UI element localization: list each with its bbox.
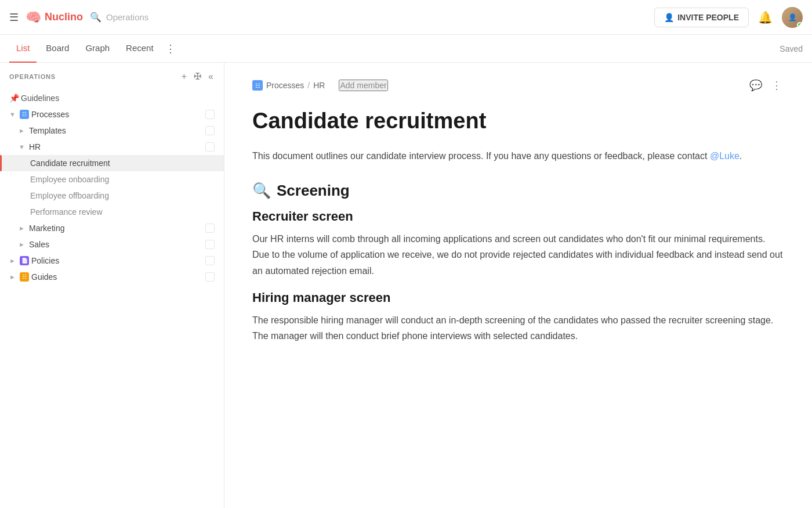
topbar: ☰ 🧠 Nuclino 🔍 Operations 👤 INVITE PEOPLE…: [0, 0, 812, 35]
logo[interactable]: 🧠 Nuclino: [26, 10, 83, 25]
topbar-left: ☰ 🧠 Nuclino 🔍 Operations: [9, 10, 654, 25]
sidebar-item-sales[interactable]: ► Sales: [0, 236, 224, 253]
sidebar-item-label: Candidate recruitment: [30, 158, 215, 168]
add-member-button[interactable]: Add member: [339, 80, 387, 91]
sidebar-item-marketing[interactable]: ► Marketing: [0, 220, 224, 236]
sidebar-item-label: Sales: [29, 240, 203, 249]
sidebar-item-label: Performance review: [30, 207, 215, 217]
breadcrumb-parent[interactable]: Processes: [266, 81, 304, 90]
sidebar-item-templates[interactable]: ► Templates: [0, 123, 224, 139]
sidebar-expand-button[interactable]: ✠: [193, 70, 202, 83]
invite-people-button[interactable]: 👤 INVITE PEOPLE: [654, 8, 749, 27]
breadcrumb: ☷ Processes / HR: [252, 80, 325, 91]
sidebar-item-checkbox[interactable]: [205, 142, 215, 152]
sidebar-item-label: Guidelines: [21, 93, 215, 103]
guides-icon: ☷: [20, 272, 29, 282]
main-area: OPERATIONS + ✠ « 📌 Guidelines ▼ ☷ Proces…: [0, 63, 812, 508]
section-screening-heading: 🔍 Screening: [252, 182, 784, 200]
chevron-right-icon: ►: [19, 127, 27, 134]
sidebar-item-label: Policies: [31, 256, 203, 265]
sidebar-section-title: OPERATIONS: [9, 73, 56, 80]
content-header-right: 💬 ⋮: [747, 77, 784, 94]
sidebar-collapse-button[interactable]: «: [207, 70, 215, 83]
subsection-hiring-manager-screen-content: The responsible hiring manager will cond…: [252, 312, 784, 344]
comment-button[interactable]: 💬: [747, 77, 764, 94]
tab-graph[interactable]: Graph: [78, 35, 117, 63]
chevron-right-icon: ►: [9, 273, 17, 280]
more-options-button[interactable]: ⋮: [769, 77, 784, 94]
topbar-right: 👤 INVITE PEOPLE 🔔 👤: [654, 7, 803, 28]
notifications-button[interactable]: 🔔: [758, 10, 773, 24]
sidebar-item-checkbox[interactable]: [205, 126, 215, 135]
search-bar[interactable]: 🔍 Operations: [90, 12, 148, 23]
chevron-right-icon: ►: [19, 241, 27, 248]
breadcrumb-icon: ☷: [252, 80, 263, 91]
sidebar-item-employee-offboarding[interactable]: Employee offboarding: [0, 188, 224, 204]
sidebar-item-checkbox[interactable]: [205, 224, 215, 233]
hamburger-menu-button[interactable]: ☰: [9, 11, 19, 24]
sidebar-item-label: Marketing: [29, 224, 203, 233]
breadcrumb-area: ☷ Processes / HR Add member: [252, 80, 388, 91]
sidebar-item-policies[interactable]: ► 📄 Policies: [0, 253, 224, 269]
sidebar-item-performance-review[interactable]: Performance review: [0, 204, 224, 220]
sidebar-item-label: Templates: [29, 126, 203, 135]
subsection-recruiter-screen-content: Our HR interns will comb through all inc…: [252, 231, 784, 279]
person-add-icon: 👤: [664, 13, 674, 22]
chevron-right-icon: ►: [19, 225, 27, 232]
search-placeholder: Operations: [106, 12, 148, 22]
tab-list[interactable]: List: [9, 35, 37, 63]
sidebar-item-candidate-recruitment[interactable]: Candidate recruitment: [0, 155, 224, 171]
chevron-down-icon: ▼: [19, 143, 27, 150]
avatar[interactable]: 👤: [782, 7, 803, 28]
sidebar-actions: + ✠ «: [180, 70, 215, 83]
logo-brain-icon: 🧠: [26, 10, 41, 25]
sidebar-item-label: Employee onboarding: [30, 175, 215, 184]
sidebar-item-processes[interactable]: ▼ ☷ Processes: [0, 106, 224, 123]
sidebar-item-checkbox[interactable]: [205, 110, 215, 119]
policies-icon: 📄: [20, 256, 29, 265]
sidebar-item-checkbox[interactable]: [205, 272, 215, 282]
chevron-down-icon: ▼: [9, 111, 17, 118]
content-header: ☷ Processes / HR Add member 💬 ⋮: [252, 77, 784, 94]
logo-text: Nuclino: [45, 11, 83, 23]
sidebar-item-label: Processes: [31, 110, 203, 119]
sidebar-item-guides[interactable]: ► ☷ Guides: [0, 269, 224, 285]
subsection-hiring-manager-screen-heading: Hiring manager screen: [252, 290, 784, 305]
breadcrumb-separator: /: [307, 81, 310, 90]
invite-label: INVITE PEOPLE: [677, 13, 739, 22]
sidebar-item-label: HR: [29, 142, 203, 152]
subsection-recruiter-screen-heading: Recruiter screen: [252, 209, 784, 224]
sidebar: OPERATIONS + ✠ « 📌 Guidelines ▼ ☷ Proces…: [0, 63, 224, 508]
tab-recent[interactable]: Recent: [119, 35, 161, 63]
sidebar-item-label: Guides: [31, 272, 203, 282]
sidebar-item-employee-onboarding[interactable]: Employee onboarding: [0, 171, 224, 188]
sidebar-item-guidelines[interactable]: 📌 Guidelines: [0, 90, 224, 106]
magnifier-icon: 🔍: [252, 182, 271, 200]
breadcrumb-current[interactable]: HR: [313, 81, 325, 90]
sidebar-item-checkbox[interactable]: [205, 240, 215, 249]
online-indicator: [797, 22, 803, 28]
sidebar-item-label: Employee offboarding: [30, 191, 215, 200]
sidebar-item-checkbox[interactable]: [205, 256, 215, 265]
document-title: Candidate recruitment: [252, 108, 784, 135]
sidebar-item-hr[interactable]: ▼ HR: [0, 139, 224, 155]
saved-status: Saved: [780, 44, 803, 53]
tab-more-button[interactable]: ⋮: [165, 42, 176, 55]
tabbar: List Board Graph Recent ⋮ Saved: [0, 35, 812, 63]
sidebar-add-button[interactable]: +: [180, 70, 188, 83]
pin-icon: 📌: [9, 93, 19, 103]
document-intro: This document outlines our candidate int…: [252, 149, 784, 164]
search-icon: 🔍: [90, 12, 102, 23]
sidebar-header: OPERATIONS + ✠ «: [0, 63, 224, 90]
chevron-right-icon: ►: [9, 257, 17, 264]
processes-board-icon: ☷: [20, 110, 29, 119]
mention-luke[interactable]: @Luke: [710, 151, 740, 161]
content-area: ☷ Processes / HR Add member 💬 ⋮ Candidat…: [224, 63, 812, 508]
tab-board[interactable]: Board: [39, 35, 76, 63]
